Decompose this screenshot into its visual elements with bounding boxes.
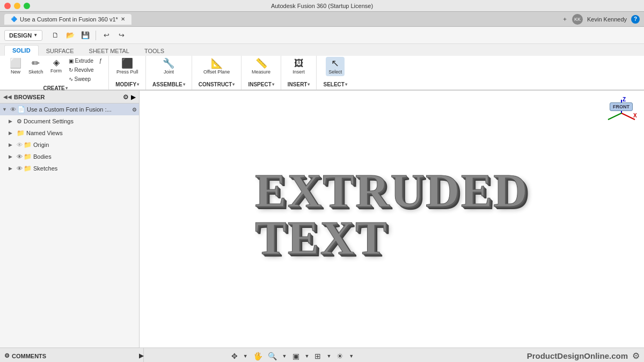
ribbon-tabs: SOLID SURFACE SHEET METAL TOOLS bbox=[0, 44, 644, 56]
new-button[interactable]: 🗋 bbox=[49, 29, 62, 42]
origin-eye[interactable]: 👁 bbox=[17, 142, 23, 148]
zoom-dropdown[interactable]: ▼ bbox=[281, 352, 289, 360]
root-label: Use a Custom Font in Fusion :... bbox=[27, 106, 112, 113]
named-views-label: Named Views bbox=[26, 130, 63, 136]
assemble-dropdown[interactable]: ASSEMBLE ▾ bbox=[150, 80, 187, 88]
minimize-button[interactable] bbox=[14, 3, 20, 9]
browser-item-named-views[interactable]: ▶ 📁 Named Views bbox=[0, 127, 139, 139]
browser-header: ◀◀ BROWSER ⚙ ▶ bbox=[0, 91, 139, 104]
watermark: ProductDesignOnline.com bbox=[527, 351, 628, 360]
pan-dropdown[interactable]: ▼ bbox=[241, 352, 250, 360]
close-button[interactable] bbox=[4, 3, 11, 9]
title-bar: Autodesk Fusion 360 (Startup License) bbox=[0, 0, 644, 12]
construct-dropdown[interactable]: CONSTRUCT ▾ bbox=[196, 80, 237, 88]
bodies-eye[interactable]: 👁 bbox=[17, 153, 23, 160]
save-button[interactable]: 💾 bbox=[79, 29, 92, 42]
ribbon-group-create: ⬜ New ✏ Sketch ◈ Form ▣ Extrude bbox=[2, 56, 109, 90]
offset-plane-button[interactable]: 📐 Offset Plane bbox=[201, 57, 232, 76]
extrude-button[interactable]: ▣ Extrude bbox=[67, 57, 96, 65]
press-pull-icon: ⬛ bbox=[121, 58, 133, 68]
new-component-button[interactable]: ⬜ New bbox=[6, 57, 25, 76]
tab-tools[interactable]: TOOLS bbox=[137, 46, 172, 56]
ribbon-group-select: ↖ Select SELECT ▾ bbox=[317, 56, 353, 90]
joint-button[interactable]: 🔧 Joint bbox=[159, 57, 178, 76]
extruded-text: EXTRUDED TEXT bbox=[255, 167, 529, 262]
sketches-icon: 📁 bbox=[24, 165, 32, 172]
browser-item-sketches[interactable]: ▶ 👁 📁 Sketches bbox=[0, 162, 139, 174]
design-workspace-button[interactable]: DESIGN ▼ bbox=[4, 30, 42, 41]
browser-item-bodies[interactable]: ▶ 👁 📁 Bodies bbox=[0, 151, 139, 162]
tab-sheet-metal[interactable]: SHEET METAL bbox=[82, 46, 137, 56]
grid-settings[interactable]: ⊞ bbox=[313, 351, 323, 361]
ribbon-group-assemble: 🔧 Joint ASSEMBLE ▾ bbox=[146, 56, 192, 90]
browser-item-root[interactable]: ▼ 👁 📄 Use a Custom Font in Fusion :... ⚙ bbox=[0, 104, 139, 115]
env-dropdown[interactable]: ▼ bbox=[347, 352, 355, 360]
extruded-text-container: EXTRUDED TEXT bbox=[255, 167, 529, 262]
browser-expand-icon[interactable]: ▶ bbox=[131, 93, 136, 101]
comments-settings-icon[interactable]: ⚙ bbox=[4, 352, 10, 359]
ribbon: ⬜ New ✏ Sketch ◈ Form ▣ Extrude bbox=[0, 56, 644, 90]
pan-button[interactable]: ✥ bbox=[230, 351, 239, 361]
browser-settings-icon[interactable]: ⚙ bbox=[123, 93, 129, 101]
sweep-button[interactable]: ∿ Sweep bbox=[67, 75, 96, 83]
select-button[interactable]: ↖ Select bbox=[326, 57, 345, 76]
formula-button[interactable]: ƒ bbox=[97, 57, 105, 65]
maximize-button[interactable] bbox=[24, 3, 30, 9]
modify-dropdown[interactable]: MODIFY ▾ bbox=[113, 80, 141, 88]
ribbon-group-insert: 🖼 Insert INSERT ▾ bbox=[281, 56, 317, 90]
tab-surface[interactable]: SURFACE bbox=[39, 46, 82, 56]
viewport[interactable]: Z X FRONT EXTRUDED TEXT bbox=[140, 91, 644, 348]
create-form-button[interactable]: ◈ Form bbox=[47, 57, 65, 75]
zoom-button[interactable]: 🔍 bbox=[266, 351, 279, 361]
settings-button[interactable]: ⚙ bbox=[632, 351, 640, 361]
construct-caret: ▾ bbox=[232, 82, 235, 87]
ribbon-group-construct: 📐 Offset Plane CONSTRUCT ▾ bbox=[192, 56, 242, 90]
tab-actions: ＋ KK Kevin Kennedy ? bbox=[562, 14, 640, 25]
root-eye[interactable]: 👁 bbox=[10, 106, 16, 113]
insert-caret: ▾ bbox=[308, 82, 310, 87]
ribbon-group-inspect: 📏 Measure INSPECT ▾ bbox=[241, 56, 281, 90]
origin-label: Origin bbox=[33, 142, 49, 148]
display-dropdown[interactable]: ▼ bbox=[303, 352, 311, 360]
browser-item-doc-settings[interactable]: ▶ ⚙ Document Settings bbox=[0, 115, 139, 127]
browser-item-origin[interactable]: ▶ 👁 📁 Origin bbox=[0, 139, 139, 151]
orbit-button[interactable]: 🖐 bbox=[252, 351, 264, 361]
assemble-caret: ▾ bbox=[183, 82, 185, 87]
measure-button[interactable]: 📏 Measure bbox=[249, 57, 273, 76]
insert-mesh-button[interactable]: 🖼 Insert bbox=[290, 57, 308, 76]
tab-title: Use a Custom Font in Fusion 360 v1* bbox=[20, 16, 118, 23]
browser-title: BROWSER bbox=[14, 94, 45, 100]
help-icon[interactable]: ? bbox=[631, 15, 640, 24]
insert-dropdown[interactable]: INSERT ▾ bbox=[286, 80, 312, 88]
bodies-label: Bodies bbox=[33, 153, 52, 160]
create-sketch-button[interactable]: ✏ Sketch bbox=[26, 57, 46, 76]
grid-dropdown[interactable]: ▼ bbox=[325, 352, 333, 360]
display-settings[interactable]: ▣ bbox=[291, 351, 301, 361]
design-label: DESIGN bbox=[9, 32, 32, 39]
front-label[interactable]: FRONT bbox=[610, 102, 633, 111]
doc-settings-icon: ⚙ bbox=[17, 118, 22, 125]
bodies-chevron: ▶ bbox=[9, 154, 15, 159]
inspect-dropdown[interactable]: INSPECT ▾ bbox=[246, 80, 276, 88]
named-views-chevron: ▶ bbox=[9, 130, 15, 136]
sketches-eye[interactable]: 👁 bbox=[17, 165, 23, 172]
root-options-icon[interactable]: ⚙ bbox=[132, 107, 137, 113]
tab-doc-icon: 🔷 bbox=[11, 16, 17, 22]
close-tab-button[interactable]: ✕ bbox=[121, 16, 125, 22]
select-dropdown[interactable]: SELECT ▾ bbox=[321, 80, 349, 88]
revolve-button[interactable]: ↻ Revolve bbox=[67, 66, 96, 74]
comments-expand-icon[interactable]: ▶ bbox=[139, 352, 143, 359]
new-tab-button[interactable]: ＋ bbox=[562, 15, 568, 23]
formula-icon: ƒ bbox=[99, 58, 103, 64]
form-icon: ◈ bbox=[53, 58, 60, 67]
active-tab[interactable]: 🔷 Use a Custom Font in Fusion 360 v1* ✕ bbox=[4, 14, 131, 25]
open-button[interactable]: 📂 bbox=[64, 29, 77, 42]
browser-collapse-button[interactable]: ◀◀ bbox=[3, 94, 12, 100]
undo-button[interactable]: ↩ bbox=[100, 29, 113, 42]
create-buttons: ⬜ New ✏ Sketch ◈ Form ▣ Extrude bbox=[6, 57, 104, 83]
redo-button[interactable]: ↪ bbox=[115, 29, 128, 42]
env-settings[interactable]: ☀ bbox=[335, 351, 345, 361]
new-component-icon: ⬜ bbox=[10, 58, 21, 68]
tab-solid[interactable]: SOLID bbox=[4, 45, 39, 56]
press-pull-button[interactable]: ⬛ Press Pull bbox=[114, 57, 141, 76]
